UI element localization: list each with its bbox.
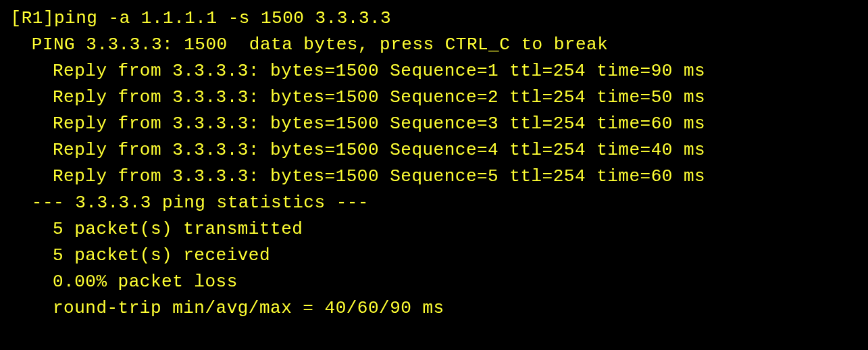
stats-transmitted: 5 packet(s) transmitted <box>0 216 868 243</box>
prompt: [R1] <box>11 8 54 28</box>
stats-loss: 0.00% packet loss <box>0 269 868 295</box>
stats-header: --- 3.3.3.3 ping statistics --- <box>0 190 868 216</box>
command-text: ping -a 1.1.1.1 -s 1500 3.3.3.3 <box>54 8 391 28</box>
ping-reply: Reply from 3.3.3.3: bytes=1500 Sequence=… <box>0 111 868 137</box>
ping-reply: Reply from 3.3.3.3: bytes=1500 Sequence=… <box>0 58 868 84</box>
ping-reply: Reply from 3.3.3.3: bytes=1500 Sequence=… <box>0 164 868 190</box>
ping-reply: Reply from 3.3.3.3: bytes=1500 Sequence=… <box>0 137 868 164</box>
stats-received: 5 packet(s) received <box>0 243 868 269</box>
stats-rtt: round-trip min/avg/max = 40/60/90 ms <box>0 295 868 322</box>
ping-header: PING 3.3.3.3: 1500 data bytes, press CTR… <box>0 32 868 58</box>
ping-reply: Reply from 3.3.3.3: bytes=1500 Sequence=… <box>0 84 868 111</box>
command-line[interactable]: [R1]ping -a 1.1.1.1 -s 1500 3.3.3.3 <box>0 5 868 32</box>
